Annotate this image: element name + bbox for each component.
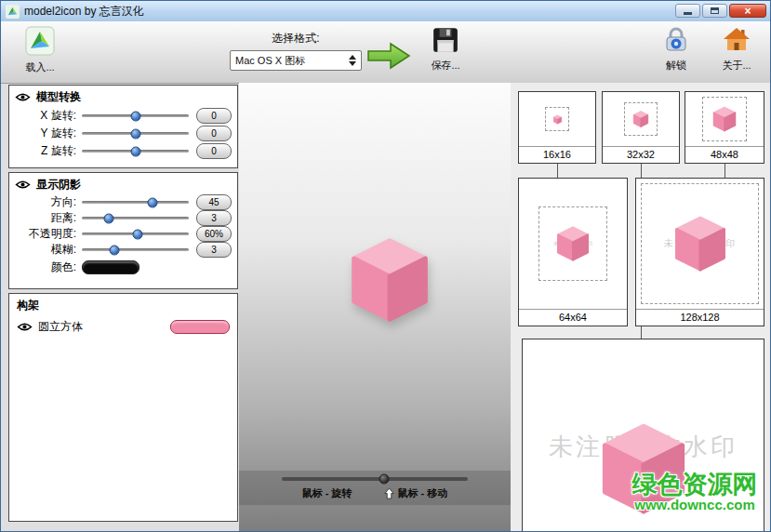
- chevron-up-icon: [349, 55, 356, 60]
- close-button[interactable]: ×: [729, 4, 766, 18]
- panel-model-transform: 模型转换 X 旋转: 0 Y 旋转: 0 Z 旋转: 0: [8, 85, 238, 168]
- slider-value: 0: [196, 108, 232, 124]
- shadow-color-swatch[interactable]: [82, 260, 140, 274]
- hint-rotate: 鼠标 - 旋转: [302, 486, 352, 500]
- viewport-canvas[interactable]: 鼠标 - 旋转 鼠标 - 移动: [239, 83, 511, 532]
- shadow-color-row: 颜色:: [9, 258, 237, 276]
- toolbar: 载入... 选择格式: Mac OS X 图标 保存...: [1, 21, 770, 84]
- structure-item-label: 圆立方体: [38, 319, 83, 335]
- load-button[interactable]: 载入...: [14, 26, 66, 74]
- slider-value: 3: [196, 210, 232, 226]
- blur-slider[interactable]: [82, 248, 189, 251]
- z-rotate-slider[interactable]: [82, 150, 189, 153]
- window-title: model2icon by 忘言汉化: [24, 4, 144, 20]
- slider-row-distance: 距离: 3: [9, 210, 237, 226]
- save-button[interactable]: 保存...: [419, 26, 472, 73]
- connector-line: [557, 164, 558, 178]
- cube-3d-render: [345, 233, 434, 326]
- slider-label: 距离:: [9, 210, 76, 226]
- slider-label: 模糊:: [9, 242, 76, 258]
- slider-label: Y 旋转:: [9, 126, 76, 141]
- eye-icon[interactable]: [17, 322, 33, 332]
- close-icon: ×: [744, 6, 751, 17]
- shift-arrow-icon: [384, 487, 394, 499]
- minimize-button[interactable]: [675, 4, 700, 18]
- panel-shadow: 显示阴影 方向: 45 距离: 3 不透明度: 60% 模糊: 3 颜色:: [8, 172, 238, 289]
- slider-label: 不透明度:: [9, 226, 76, 242]
- structure-item-row[interactable]: 圆立方体: [9, 315, 237, 335]
- preview-64[interactable]: 未注册版本水印 64x64: [518, 178, 628, 326]
- color-label: 颜色:: [9, 259, 76, 275]
- connector-line: [641, 164, 642, 178]
- y-rotate-slider[interactable]: [82, 132, 189, 135]
- slider-thumb[interactable]: [132, 229, 142, 239]
- cube-preview-icon: [552, 114, 563, 125]
- format-label: 选择格式:: [230, 31, 362, 47]
- convert-arrow-icon: [366, 40, 412, 75]
- format-select[interactable]: Mac OS X 图标: [230, 50, 362, 71]
- cube-preview-icon: [711, 105, 738, 133]
- structure-color-swatch[interactable]: [170, 320, 230, 334]
- slider-thumb[interactable]: [147, 197, 157, 207]
- title-bar[interactable]: model2icon by 忘言汉化 ×: [1, 1, 770, 22]
- panel-structure: 构架 圆立方体: [8, 293, 238, 522]
- preview-panel: 16x16 32x32 48x48 未注册版本水印: [511, 83, 771, 532]
- cube-preview-icon: [671, 213, 730, 274]
- preview-48[interactable]: 48x48: [685, 91, 764, 164]
- x-rotate-slider[interactable]: [82, 114, 189, 117]
- app-window: model2icon by 忘言汉化 × 载入... 选择格式: Mac OS …: [0, 0, 771, 532]
- slider-value: 60%: [196, 226, 232, 242]
- preview-size-label: 32x32: [603, 146, 679, 163]
- slider-label: Z 旋转:: [9, 143, 76, 159]
- panel-title: 显示阴影: [36, 177, 81, 193]
- save-icon: [432, 26, 459, 56]
- viewport-slider-thumb[interactable]: [379, 474, 390, 485]
- slider-row-direction: 方向: 45: [9, 194, 237, 210]
- slider-row-x-rotate: X 旋转: 0: [9, 107, 237, 125]
- selection-marquee: 未注册版本水印: [641, 183, 759, 304]
- unlock-icon: [662, 26, 690, 56]
- slider-value: 45: [196, 194, 232, 210]
- slider-label: 方向:: [9, 194, 76, 210]
- distance-slider[interactable]: [82, 217, 189, 219]
- unlock-button[interactable]: 解锁: [652, 26, 700, 73]
- selection-marquee: 未注册版本水印: [538, 206, 607, 281]
- selection-marquee: [545, 107, 569, 131]
- preview-size-label: 64x64: [519, 309, 627, 326]
- slider-label: X 旋转:: [9, 108, 76, 124]
- preview-128[interactable]: 未注册版本水印 128x128: [635, 178, 764, 326]
- about-label: 关于...: [722, 59, 751, 73]
- direction-slider[interactable]: [82, 201, 189, 204]
- connector-line: [724, 164, 725, 178]
- viewport-zoom-slider[interactable]: [282, 477, 468, 481]
- slider-thumb[interactable]: [130, 128, 140, 139]
- slider-row-blur: 模糊: 3: [9, 242, 237, 258]
- selection-marquee: [702, 97, 747, 141]
- preview-size-label: 16x16: [519, 146, 595, 163]
- opacity-slider[interactable]: [82, 233, 189, 235]
- about-icon: [723, 26, 751, 56]
- load-icon: [25, 26, 55, 58]
- preview-32[interactable]: 32x32: [602, 91, 680, 164]
- slider-row-y-rotate: Y 旋转: 0: [9, 125, 237, 142]
- viewport-control-strip: 鼠标 - 旋转 鼠标 - 移动: [239, 471, 511, 505]
- preview-size-label: 48x48: [685, 146, 764, 163]
- slider-thumb[interactable]: [130, 146, 140, 156]
- app-icon: [6, 5, 20, 19]
- unlock-label: 解锁: [666, 59, 686, 73]
- slider-thumb[interactable]: [103, 213, 113, 223]
- slider-value: 0: [196, 126, 232, 141]
- preview-size-label: 128x128: [636, 309, 764, 326]
- selection-marquee: [624, 102, 658, 136]
- stepper-icon[interactable]: [349, 55, 356, 66]
- site-watermark-name: 绿色资源网: [618, 472, 771, 498]
- eye-icon[interactable]: [15, 92, 31, 102]
- maximize-button[interactable]: [702, 4, 727, 18]
- preview-16[interactable]: 16x16: [518, 91, 596, 164]
- eye-icon[interactable]: [15, 180, 31, 190]
- slider-value: 0: [196, 143, 232, 159]
- about-button[interactable]: 关于...: [711, 26, 762, 73]
- chevron-down-icon: [349, 61, 356, 66]
- slider-thumb[interactable]: [130, 111, 140, 121]
- slider-thumb[interactable]: [109, 245, 119, 255]
